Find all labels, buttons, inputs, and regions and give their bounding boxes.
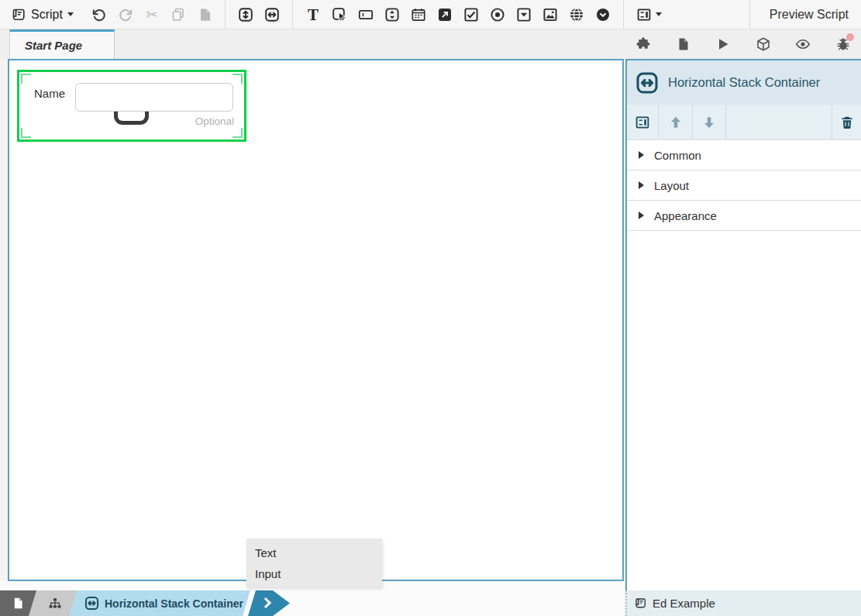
script-status-bar[interactable]: Ed Example bbox=[625, 590, 861, 616]
dropdown-widget-button[interactable] bbox=[516, 7, 532, 22]
horizontal-stack-icon bbox=[84, 596, 99, 611]
arrow-up-icon bbox=[668, 115, 684, 130]
checkbox-icon bbox=[463, 7, 479, 22]
page-icon bbox=[12, 597, 25, 610]
bug-icon[interactable] bbox=[835, 36, 851, 52]
script-scroll-icon bbox=[634, 597, 647, 610]
breadcrumb-container-segment[interactable]: Horizontal Stack Container bbox=[69, 590, 250, 616]
script-menu-label: Script bbox=[31, 8, 63, 22]
tab-label: Start Page bbox=[25, 39, 82, 52]
input-widget-button[interactable] bbox=[358, 7, 374, 22]
play-icon[interactable] bbox=[715, 36, 731, 52]
web-widget-button[interactable] bbox=[569, 7, 584, 22]
stepper-icon bbox=[384, 7, 400, 22]
inspector-toolbar bbox=[627, 105, 861, 140]
radio-widget-button[interactable] bbox=[490, 7, 505, 22]
trash-icon bbox=[839, 115, 855, 130]
cut-button[interactable]: ✂ bbox=[144, 7, 160, 22]
widget-text-input[interactable] bbox=[75, 83, 233, 112]
button-widget-button[interactable] bbox=[332, 7, 347, 22]
script-scroll-icon bbox=[11, 7, 26, 22]
toolbar-separator bbox=[292, 0, 293, 29]
menu-item-text[interactable]: Text bbox=[246, 542, 382, 563]
image-widget-button[interactable] bbox=[542, 7, 558, 22]
puzzle-icon[interactable] bbox=[635, 36, 651, 52]
dropdown-icon bbox=[516, 7, 532, 22]
section-label: Layout bbox=[654, 179, 689, 192]
redo-icon bbox=[118, 7, 133, 22]
app-window: Script ✂ T bbox=[0, 0, 861, 616]
toolbar-separator bbox=[623, 0, 624, 29]
navigate-arrow-icon bbox=[437, 7, 453, 22]
inspector-toolbar-spacer bbox=[726, 105, 832, 139]
form-table-icon bbox=[635, 115, 650, 130]
inspector-title: Horizontal Stack Container bbox=[668, 75, 820, 90]
section-appearance[interactable]: Appearance bbox=[627, 201, 861, 231]
project-script-label: Ed Example bbox=[653, 597, 715, 610]
date-picker-widget-button[interactable] bbox=[411, 7, 426, 22]
horizontal-stack-container-button[interactable] bbox=[264, 7, 280, 22]
copy-button[interactable] bbox=[170, 7, 186, 22]
form-table-icon bbox=[636, 7, 652, 22]
breadcrumb-forward-button[interactable] bbox=[240, 590, 291, 616]
selected-horizontal-stack-container[interactable]: Name Optional bbox=[17, 70, 246, 142]
context-menu: Text Input bbox=[246, 539, 382, 587]
toolbar-right: Preview Script bbox=[742, 0, 861, 29]
image-icon bbox=[542, 7, 558, 22]
move-down-button[interactable] bbox=[693, 105, 726, 139]
stepper-widget-button[interactable] bbox=[384, 7, 400, 22]
breadcrumb-container-label: Horizontal Stack Container bbox=[105, 597, 243, 610]
text-icon: T bbox=[305, 7, 321, 22]
document-icon[interactable] bbox=[676, 36, 691, 52]
hierarchy-icon bbox=[48, 597, 62, 611]
section-layout[interactable]: Layout bbox=[627, 170, 861, 201]
text-widget-button[interactable]: T bbox=[305, 7, 321, 22]
optional-hint-label: Optional bbox=[195, 115, 234, 127]
vertical-stack-container-button[interactable] bbox=[238, 7, 253, 22]
button-cursor-icon bbox=[332, 7, 347, 22]
cube-icon[interactable] bbox=[756, 36, 771, 52]
inspector-header: Horizontal Stack Container bbox=[627, 60, 861, 105]
menu-item-input[interactable]: Input bbox=[246, 563, 382, 584]
cut-icon: ✂ bbox=[144, 7, 160, 22]
disclosure-widget-button[interactable] bbox=[595, 7, 611, 22]
form-table-menu-button[interactable] bbox=[636, 7, 662, 22]
section-label: Appearance bbox=[654, 209, 717, 222]
inspector-panel: Horizontal Stack Container bbox=[625, 59, 861, 616]
undo-button[interactable] bbox=[91, 7, 107, 22]
move-up-button[interactable] bbox=[659, 105, 693, 139]
copy-icon bbox=[170, 7, 186, 22]
script-menu-button[interactable]: Script bbox=[11, 7, 74, 22]
horizontal-stack-icon bbox=[264, 7, 280, 22]
redo-button[interactable] bbox=[118, 7, 133, 22]
vertical-stack-icon bbox=[238, 7, 253, 22]
paste-icon bbox=[197, 7, 212, 22]
selection-corner-icon bbox=[21, 128, 31, 138]
navigation-widget-button[interactable] bbox=[437, 7, 453, 22]
tab-start-page[interactable]: Start Page bbox=[9, 29, 115, 59]
chevron-circle-icon bbox=[595, 7, 611, 22]
inspector-mode-icons bbox=[625, 29, 861, 59]
disclosure-triangle-icon bbox=[639, 151, 644, 159]
eye-icon[interactable] bbox=[795, 36, 811, 52]
disclosure-triangle-icon bbox=[639, 212, 644, 219]
paste-button[interactable] bbox=[197, 7, 212, 22]
main-toolbar: Script ✂ T bbox=[0, 0, 861, 29]
toolbar-separator bbox=[225, 0, 226, 29]
tab-strip: Start Page bbox=[0, 29, 861, 59]
selection-corner-icon bbox=[21, 74, 31, 84]
form-view-button[interactable] bbox=[627, 105, 659, 139]
bug-notification-badge bbox=[846, 33, 854, 41]
selection-corner-icon bbox=[232, 128, 243, 138]
globe-icon bbox=[569, 7, 584, 22]
section-common[interactable]: Common bbox=[627, 140, 861, 170]
calendar-icon bbox=[411, 7, 426, 22]
checkbox-widget-button[interactable] bbox=[463, 7, 479, 22]
preview-script-button[interactable]: Preview Script bbox=[757, 8, 861, 22]
delete-widget-button[interactable] bbox=[832, 105, 861, 139]
inspector-empty-area bbox=[627, 231, 861, 590]
design-canvas[interactable]: Name Optional bbox=[8, 59, 624, 581]
toolbar-separator bbox=[749, 0, 750, 29]
chevron-down-icon bbox=[67, 12, 74, 16]
section-label: Common bbox=[654, 149, 701, 162]
